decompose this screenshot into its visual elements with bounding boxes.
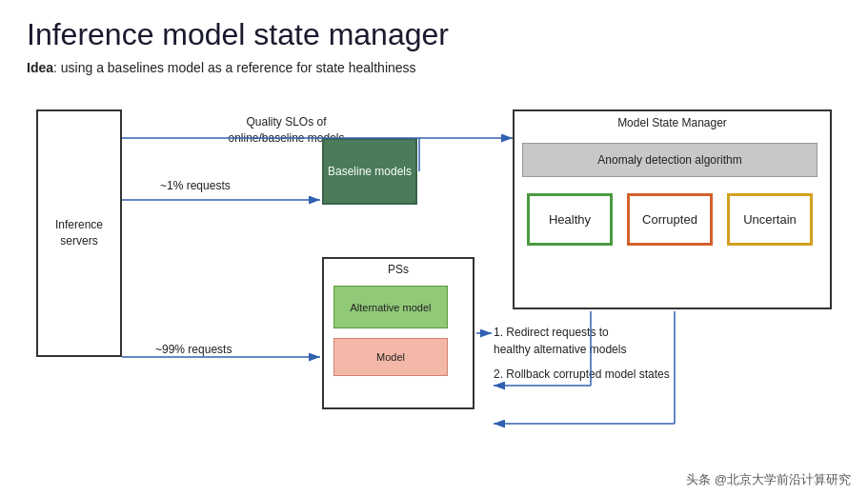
action2-label: 2. Rollback corrupted model states: [494, 366, 694, 383]
pct1-label: ~1% requests: [160, 179, 231, 192]
model-box: Model: [333, 338, 448, 376]
uncertain-label: Uncertain: [743, 212, 797, 227]
baseline-models-box: Baseline models: [322, 138, 417, 205]
inference-servers-box: Inferenceservers: [36, 109, 122, 357]
diagram: Inferenceservers Quality SLOs of online/…: [27, 90, 846, 443]
anomaly-box: Anomaly detection algorithm: [522, 143, 818, 177]
actions-label: 1. Redirect requests tohealthy alternati…: [494, 324, 694, 383]
healthy-label: Healthy: [549, 212, 591, 227]
page-title: Inference model state manager: [27, 17, 841, 52]
inference-servers-label: Inferenceservers: [55, 217, 103, 249]
model-label: Model: [376, 351, 405, 363]
ps-label: PSs: [324, 263, 473, 276]
idea-prefix: Idea: [27, 60, 53, 75]
anomaly-label: Anomaly detection algorithm: [597, 153, 741, 167]
ps-outer-box: PSs: [322, 257, 474, 409]
baseline-models-label: Baseline models: [328, 164, 412, 180]
healthy-box: Healthy: [527, 193, 613, 246]
msm-label: Model State Manager: [515, 116, 830, 129]
corrupted-label: Corrupted: [642, 212, 697, 227]
action1-label: 1. Redirect requests tohealthy alternati…: [494, 324, 694, 358]
corrupted-box: Corrupted: [627, 193, 713, 246]
idea-line: Idea: using a baselines model as a refer…: [27, 60, 841, 75]
watermark: 头条 @北京大学前沿计算研究: [686, 471, 851, 488]
alt-model-box: Alternative model: [333, 286, 448, 328]
uncertain-box: Uncertain: [727, 193, 813, 246]
alt-model-label: Alternative model: [351, 302, 432, 313]
page: Inference model state manager Idea: usin…: [0, 0, 868, 496]
pct99-label: ~99% requests: [155, 343, 232, 356]
idea-text: : using a baselines model as a reference…: [53, 60, 416, 75]
